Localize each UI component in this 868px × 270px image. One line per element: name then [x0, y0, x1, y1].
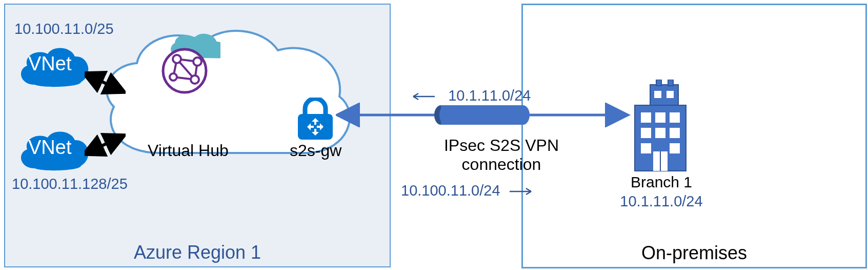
advertise-from-branch: 10.1.11.0/24	[410, 87, 531, 104]
advertise-to-branch-cidr: 10.100.11.0/24	[401, 182, 500, 199]
svg-line-10	[89, 75, 119, 90]
virtual-hub-label: Virtual Hub	[148, 141, 229, 160]
svg-rect-26	[655, 112, 665, 123]
onprem-title: On-premises	[523, 242, 865, 264]
svg-rect-12	[298, 114, 333, 140]
svg-rect-15	[441, 105, 523, 125]
vnet2-cidr: 10.100.11.128/25	[12, 176, 128, 192]
branch-name: Branch 1	[615, 173, 708, 191]
vnet1-hub-link-icon	[85, 69, 126, 95]
gateway-label: s2s-gw	[290, 141, 341, 160]
azure-region-title: Azure Region 1	[5, 242, 390, 263]
svg-rect-24	[668, 80, 673, 86]
svg-rect-34	[667, 91, 674, 98]
vnet1-label: VNet	[28, 53, 71, 75]
branch-cidr: 10.1.11.0/24	[610, 193, 713, 210]
s2s-gateway-icon	[295, 98, 336, 141]
svg-point-17	[439, 105, 453, 125]
svg-rect-28	[641, 128, 651, 138]
vnet2-label: VNet	[28, 137, 71, 159]
network-services-icon	[154, 31, 220, 98]
svg-point-16	[516, 105, 530, 125]
vnet2-hub-link-icon	[85, 132, 126, 158]
svg-rect-29	[655, 128, 665, 138]
svg-point-8	[191, 75, 199, 84]
svg-rect-27	[670, 112, 680, 123]
diagram-canvas: Azure Region 1 On-premises 10.100.11.0/2…	[0, 0, 868, 270]
svg-rect-31	[641, 143, 651, 153]
advertise-to-branch: 10.100.11.0/24	[401, 182, 534, 199]
svg-rect-32	[670, 143, 680, 153]
svg-point-7	[193, 57, 201, 66]
vpn-tunnel-icon	[336, 103, 633, 127]
svg-point-0	[163, 49, 206, 92]
svg-line-11	[89, 138, 119, 152]
arrow-right-icon	[509, 187, 534, 196]
svg-point-6	[173, 55, 181, 63]
branch-building-icon	[619, 80, 701, 172]
advertise-from-branch-cidr: 10.1.11.0/24	[448, 87, 531, 104]
svg-rect-30	[670, 128, 680, 138]
arrow-left-icon	[410, 92, 436, 101]
svg-rect-33	[654, 91, 661, 98]
connection-label: IPsec S2S VPN connection	[435, 136, 568, 174]
svg-point-9	[170, 73, 177, 81]
svg-rect-25	[641, 112, 651, 123]
svg-rect-23	[656, 80, 661, 86]
